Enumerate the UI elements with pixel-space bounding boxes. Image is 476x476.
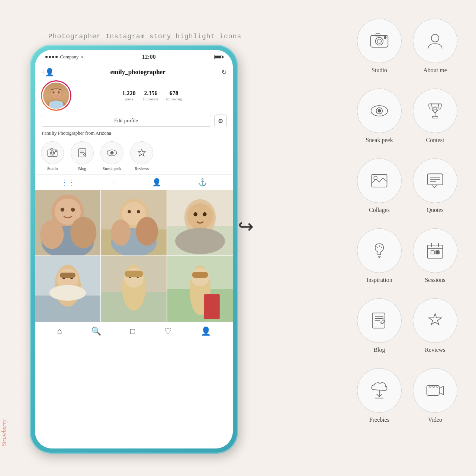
icon-item-sneak-peek[interactable]: Sneak peek bbox=[357, 89, 402, 144]
svg-point-46 bbox=[49, 285, 86, 300]
icon-label-studio: Studio bbox=[372, 67, 387, 74]
photo-cell-5 bbox=[101, 256, 167, 322]
add-nav-icon[interactable]: □ bbox=[130, 327, 135, 336]
icon-label-sessions: Sessions bbox=[425, 277, 445, 283]
following-stat: 678 following bbox=[166, 90, 182, 101]
arrow-decoration: ↩ bbox=[238, 216, 254, 237]
highlight-studio[interactable]: Studio bbox=[41, 141, 64, 171]
profile-nav-icon[interactable]: 👤 bbox=[201, 327, 211, 336]
followers-stat: 2.356 followers bbox=[143, 90, 159, 101]
svg-point-67 bbox=[377, 39, 381, 43]
watermark: STUDIO Strawberry bbox=[0, 419, 7, 446]
icon-label-contest: Contest bbox=[426, 137, 444, 144]
highlight-circle-sneakpeek bbox=[100, 141, 123, 164]
icon-item-inspiration[interactable]: Inspiration bbox=[357, 228, 402, 283]
posts-stat: 1.220 posts bbox=[122, 90, 136, 101]
profile-stats: 1.220 posts 2.356 followers 678 followin… bbox=[77, 90, 227, 101]
status-left: Company ≈ bbox=[45, 54, 83, 60]
svg-point-16 bbox=[111, 152, 113, 154]
icon-item-quotes[interactable]: Quotes bbox=[413, 158, 457, 213]
icon-circle-contest bbox=[413, 89, 457, 133]
svg-point-31 bbox=[128, 210, 131, 213]
profile-bio: Familiy Photographer from Arizona bbox=[41, 130, 227, 136]
svg-rect-56 bbox=[125, 271, 143, 277]
icon-circle-about-me bbox=[413, 19, 457, 63]
icon-item-video[interactable]: Video bbox=[413, 368, 457, 423]
svg-line-88 bbox=[377, 247, 378, 248]
svg-rect-64 bbox=[204, 294, 220, 319]
list-view-tab[interactable]: ≡ bbox=[112, 178, 116, 187]
photo-cell-4 bbox=[35, 256, 100, 322]
icon-circle-sneak-peek bbox=[357, 89, 402, 133]
icon-label-blog: Blog bbox=[373, 347, 385, 353]
bottom-nav: ⌂ 🔍 □ ♡ 👤 bbox=[35, 322, 233, 341]
svg-point-41 bbox=[175, 228, 225, 254]
highlight-circle-reviews bbox=[130, 141, 153, 164]
icon-circle-blog bbox=[357, 298, 402, 343]
highlights-row: Studio Blog bbox=[35, 136, 233, 174]
highlight-sneakpeek[interactable]: Sneak peek bbox=[100, 141, 123, 171]
svg-rect-68 bbox=[376, 33, 380, 36]
icon-label-video: Video bbox=[428, 416, 442, 423]
svg-point-73 bbox=[378, 109, 380, 112]
settings-icon[interactable]: ⚙ bbox=[214, 115, 227, 127]
posts-count: 1.220 bbox=[122, 90, 136, 97]
icon-item-contest[interactable]: Contest bbox=[413, 89, 457, 144]
avatar-face bbox=[43, 83, 69, 109]
icon-item-about-me[interactable]: About me bbox=[413, 19, 457, 74]
svg-rect-77 bbox=[432, 116, 438, 118]
svg-point-7 bbox=[51, 152, 54, 154]
history-icon[interactable]: ↻ bbox=[221, 68, 227, 76]
saved-tab[interactable]: ⚓ bbox=[198, 178, 207, 187]
svg-rect-63 bbox=[192, 272, 208, 278]
carrier-name: Company bbox=[60, 54, 79, 60]
svg-point-69 bbox=[384, 36, 386, 39]
icon-item-studio[interactable]: Studio bbox=[357, 19, 402, 74]
svg-point-70 bbox=[431, 34, 439, 42]
icon-item-freebies[interactable]: Freebies bbox=[357, 368, 402, 423]
icon-item-sessions[interactable]: Sessions bbox=[413, 228, 457, 283]
highlight-blog[interactable]: Blog bbox=[71, 141, 94, 171]
home-nav-icon[interactable]: ⌂ bbox=[57, 327, 62, 336]
icon-circle-reviews bbox=[413, 298, 457, 343]
svg-marker-101 bbox=[429, 313, 441, 325]
likes-nav-icon[interactable]: ♡ bbox=[164, 327, 172, 336]
profile-header: +👤 emily_photographer ↻ bbox=[35, 68, 233, 136]
profile-info: 1.220 posts 2.356 followers 678 followin… bbox=[41, 80, 227, 111]
icon-label-about-me: About me bbox=[423, 67, 447, 74]
svg-point-38 bbox=[187, 203, 213, 229]
svg-point-4 bbox=[58, 91, 60, 94]
svg-point-24 bbox=[40, 220, 64, 249]
add-friend-icon[interactable]: +👤 bbox=[41, 68, 54, 77]
highlight-circle-blog bbox=[71, 141, 94, 164]
edit-profile-button[interactable]: Edit profile bbox=[41, 115, 211, 127]
following-count: 678 bbox=[166, 90, 182, 97]
svg-point-6 bbox=[50, 151, 54, 155]
tagged-tab[interactable]: 👤 bbox=[152, 178, 161, 187]
photo-cell-6 bbox=[167, 256, 233, 322]
svg-marker-17 bbox=[138, 149, 145, 156]
highlight-reviews[interactable]: Reviews bbox=[130, 141, 153, 171]
svg-point-39 bbox=[193, 212, 197, 216]
avatar-wrap bbox=[41, 80, 71, 111]
icon-label-sneak-peek: Sneak peek bbox=[366, 137, 393, 144]
highlight-label-sneakpeek: Sneak peek bbox=[103, 166, 121, 171]
icon-item-blog[interactable]: Blog bbox=[357, 298, 402, 353]
grid-view-tab[interactable]: ⋮⋮ bbox=[61, 178, 75, 187]
icon-item-reviews[interactable]: Reviews bbox=[413, 298, 457, 353]
icon-circle-inspiration bbox=[357, 228, 402, 273]
icon-item-collages[interactable]: Collages bbox=[357, 158, 402, 213]
icon-circle-sessions bbox=[413, 228, 457, 273]
signal-dots bbox=[45, 56, 58, 58]
search-nav-icon[interactable]: 🔍 bbox=[91, 327, 101, 336]
svg-rect-94 bbox=[431, 251, 434, 254]
icons-grid: Studio About me Sneak peek bbox=[350, 11, 465, 431]
highlight-label-studio: Studio bbox=[47, 166, 58, 171]
svg-rect-90 bbox=[427, 245, 443, 258]
highlight-label-blog: Blog bbox=[78, 166, 86, 171]
photo-cell-3 bbox=[167, 190, 233, 255]
svg-point-22 bbox=[61, 208, 65, 212]
svg-point-32 bbox=[137, 210, 140, 213]
photo-cell-2 bbox=[101, 190, 167, 255]
svg-line-89 bbox=[381, 247, 382, 248]
